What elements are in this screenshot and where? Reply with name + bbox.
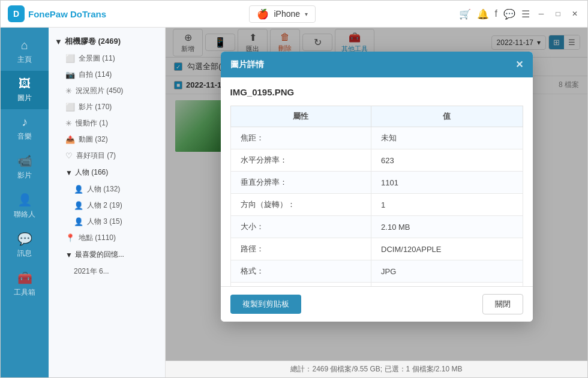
video-icon: 📹 [17, 154, 32, 168]
people1-icon: 👤 [74, 185, 83, 194]
tree-item-label-people2: 人物 2 (19) [87, 200, 122, 211]
live-icon: ✳ [65, 86, 72, 95]
sidebar-label-home: 主頁 [17, 55, 32, 65]
home-icon: ⌂ [21, 38, 28, 52]
modal-table: 屬性 值 焦距：未知水平分辨率：623垂直分辨率：1101方向（旋轉）：1大小：… [230, 106, 523, 286]
modal-header: 圖片詳情 ✕ [221, 52, 533, 77]
value-cell-2: 1101 [371, 172, 523, 194]
tree-item-label-memories: 最喜愛的回憶... [75, 250, 124, 260]
apple-icon: 🍎 [257, 8, 269, 20]
contacts-icon: 👤 [17, 193, 32, 207]
tree-item-memories[interactable]: ▼ 最喜愛的回憶... [49, 246, 165, 263]
tree-item-gif[interactable]: 📤 動圖 (32) [49, 131, 165, 148]
gif-icon: 📤 [65, 135, 75, 144]
table-row: 路徑：DCIM/120APPLE [230, 238, 523, 260]
attr-cell-6: 格式： [230, 260, 371, 283]
sidebar-item-photos[interactable]: 🖼 圖片 [1, 71, 49, 109]
tree-item-label-selfie: 自拍 (114) [79, 70, 112, 80]
music-icon: ♪ [22, 115, 28, 129]
sidebar-item-video[interactable]: 📹 影片 [1, 148, 49, 187]
tree-item-label-video: 影片 (170) [79, 102, 112, 112]
panorama-icon: ⬜ [65, 54, 75, 63]
close-modal-button[interactable]: 關閉 [482, 294, 523, 314]
file-tree: ▼ 相機膠卷 (2469) ⬜ 全景圖 (11) 📷 自拍 (114) ✳ 況況… [49, 28, 166, 377]
logo-icon: D [8, 5, 25, 22]
slowmo-icon: ✳ [65, 119, 72, 128]
title-bar-actions: 🛒 🔔 f 💬 ☰ ─ □ ✕ [459, 8, 580, 20]
sidebar-item-home[interactable]: ⌂ 主頁 [1, 32, 49, 71]
sidebar-item-toolbox[interactable]: 🧰 工具箱 [1, 265, 49, 304]
status-text: 總計：2469 個檔案/9.55 GB; 已選：1 個檔案/2.10 MB [290, 364, 462, 374]
modal-filename: IMG_0195.PNG [230, 87, 523, 97]
device-selector[interactable]: 🍎 iPhone ▾ [249, 5, 316, 23]
people2-icon: 👤 [74, 201, 83, 210]
tree-item-people[interactable]: ▼ 人物 (166) [49, 164, 165, 181]
people-expand-icon: ▼ [65, 169, 73, 177]
content-area: ⊕ 新增 📱 ⬆ 匯出 🗑 刪除 ↻ 🧰 [166, 28, 587, 377]
minimize-button[interactable]: ─ [536, 8, 547, 19]
favorites-icon: ♡ [65, 151, 73, 160]
table-row: 方向（旋轉）：1 [230, 194, 523, 216]
app-window: D FonePaw DoTrans 🍎 iPhone ▾ 🛒 🔔 f 💬 ☰ ─… [0, 0, 588, 378]
title-bar: D FonePaw DoTrans 🍎 iPhone ▾ 🛒 🔔 f 💬 ☰ ─… [1, 1, 587, 28]
table-row: 水平分辨率：623 [230, 149, 523, 172]
sidebar-item-music[interactable]: ♪ 音樂 [1, 109, 49, 148]
table-row: 格式：JPG [230, 260, 523, 283]
modal-title: 圖片詳情 [230, 59, 264, 70]
message-icon[interactable]: 💬 [503, 8, 515, 20]
tree-item-label-slowmo: 慢動作 (1) [76, 118, 108, 128]
attr-cell-0: 焦距： [230, 127, 371, 149]
close-button[interactable]: ✕ [569, 8, 580, 19]
value-cell-1: 623 [371, 149, 523, 172]
memories-expand-icon: ▼ [65, 251, 73, 259]
copy-to-clipboard-button[interactable]: 複製到剪貼板 [230, 295, 301, 314]
chevron-down-icon: ▾ [305, 11, 308, 17]
cart-icon[interactable]: 🛒 [459, 8, 471, 20]
facebook-icon[interactable]: f [495, 8, 497, 19]
tree-item-slowmo[interactable]: ✳ 慢動作 (1) [49, 115, 165, 131]
tree-item-label-favorites: 喜好項目 (7) [76, 151, 116, 161]
device-name: iPhone [274, 9, 300, 19]
value-cell-6: JPG [371, 260, 523, 283]
tree-item-selfie[interactable]: 📷 自拍 (114) [49, 67, 165, 83]
tree-item-people3[interactable]: 👤 人物 3 (15) [49, 214, 165, 230]
tree-item-label-people1: 人物 (132) [87, 184, 120, 194]
app-name: FonePaw DoTrans [28, 9, 106, 19]
tree-item-label-2021: 2021年 6... [74, 266, 109, 277]
tree-section-camera-roll[interactable]: ▼ 相機膠卷 (2469) [49, 32, 165, 50]
modal-close-icon[interactable]: ✕ [515, 59, 523, 70]
sidebar-label-video: 影片 [17, 170, 32, 181]
table-row: 垂直分辨率：1101 [230, 172, 523, 194]
modal-footer: 複製到剪貼板 關閉 [221, 286, 533, 322]
main-layout: ⌂ 主頁 🖼 圖片 ♪ 音樂 📹 影片 👤 聯絡人 💬 訊息 [1, 28, 587, 377]
sidebar-item-messages[interactable]: 💬 訊息 [1, 226, 49, 265]
sidebar-item-contacts[interactable]: 👤 聯絡人 [1, 187, 49, 226]
tree-item-people1[interactable]: 👤 人物 (132) [49, 181, 165, 197]
sidebar-label-toolbox: 工具箱 [14, 287, 35, 298]
value-cell-3: 1 [371, 194, 523, 216]
tree-item-panorama[interactable]: ⬜ 全景圖 (11) [49, 50, 165, 67]
image-details-modal: 圖片詳情 ✕ IMG_0195.PNG 屬性 值 [221, 52, 533, 322]
tree-item-label-people3: 人物 3 (15) [87, 217, 122, 227]
sidebar-label-messages: 訊息 [17, 248, 32, 259]
tree-item-2021[interactable]: 2021年 6... [49, 263, 165, 280]
tree-item-favorites[interactable]: ♡ 喜好項目 (7) [49, 148, 165, 164]
places-icon: 📍 [65, 233, 75, 242]
table-row: 大小：2.10 MB [230, 216, 523, 238]
bell-icon[interactable]: 🔔 [477, 8, 489, 20]
tree-item-label-places: 地點 (1110) [79, 233, 116, 243]
sidebar-label-contacts: 聯絡人 [14, 209, 35, 220]
attr-cell-4: 大小： [230, 216, 371, 238]
tree-item-places[interactable]: 📍 地點 (1110) [49, 230, 165, 246]
maximize-button[interactable]: □ [553, 8, 563, 19]
tree-item-live[interactable]: ✳ 況況照片 (450) [49, 83, 165, 99]
attr-cell-5: 路徑： [230, 238, 371, 260]
tree-item-people2[interactable]: 👤 人物 2 (19) [49, 197, 165, 214]
modal-overlay: 圖片詳情 ✕ IMG_0195.PNG 屬性 值 [166, 28, 587, 361]
menu-icon[interactable]: ☰ [521, 8, 530, 20]
device-selector-area: 🍎 iPhone ▾ [106, 5, 459, 23]
modal-body: IMG_0195.PNG 屬性 值 焦距：未知水平分辨率：623垂直分辨率：11… [221, 77, 533, 286]
app-logo: D FonePaw DoTrans [8, 5, 106, 22]
tree-item-video[interactable]: ⬜ 影片 (170) [49, 99, 165, 115]
tree-item-label-panorama: 全景圖 (11) [79, 53, 115, 64]
